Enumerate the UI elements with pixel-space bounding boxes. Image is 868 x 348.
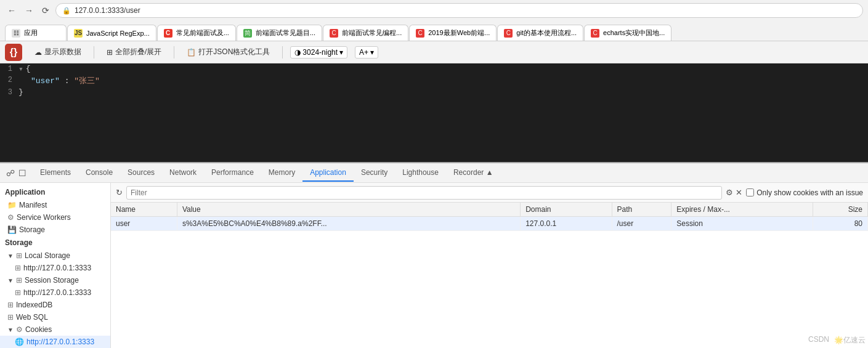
tab-label-3: 常见前端面试及... (176, 28, 229, 38)
tab-application[interactable]: Application (302, 164, 354, 182)
service-workers-icon: ⚙ (7, 213, 14, 222)
show-issue-cookies-checkbox[interactable] (746, 188, 754, 196)
filter-bar: ↻ ⚙ ✕ Only show cookies with an issue (111, 183, 868, 203)
tab-favicon-7: C (504, 29, 513, 38)
theme-icon: ◑ (294, 48, 301, 57)
tab-sources[interactable]: Sources (120, 164, 162, 182)
sidebar-item-session-storage[interactable]: ▼ ⊞ Session Storage (0, 274, 110, 286)
tab-label-6: 2019最新Web前端... (428, 28, 490, 38)
cookies-table: Name Value Domain Path Expires / Max-...… (111, 203, 868, 231)
col-size: Size (813, 203, 867, 217)
col-name: Name (111, 203, 177, 217)
sidebar-item-cookies[interactable]: ▼ ⚙ Cookies (0, 323, 110, 336)
tab-favicon-8: C (591, 29, 599, 38)
dropdown-arrow-icon: ▾ (339, 48, 343, 57)
table-header-row: Name Value Domain Path Expires / Max-...… (111, 203, 868, 217)
session-storage-url-icon: ⊞ (15, 288, 21, 297)
browser-tab-6[interactable]: C 2019最新Web前端... (409, 25, 497, 41)
browser-tab-1[interactable]: ☷ 应用 (5, 25, 67, 41)
tab-label-5: 前端面试常见编程... (342, 28, 402, 38)
refresh-button[interactable]: ⟳ (39, 4, 52, 17)
browser-tab-5[interactable]: C 前端面试常见编程... (323, 25, 408, 41)
storage-icon: 💾 (7, 225, 17, 234)
sidebar-item-service-workers[interactable]: ⚙ Service Workers (0, 211, 110, 224)
filter-input[interactable] (126, 186, 722, 200)
sidebar-item-session-storage-url[interactable]: ⊞ http://127.0.0.1:3333 (0, 286, 110, 299)
sidebar-item-manifest[interactable]: 📁 Manifest (0, 199, 110, 211)
browser-tab-2[interactable]: JS JavaScript RegExp... (67, 25, 156, 41)
font-size-dropdown[interactable]: A+ ▾ (355, 46, 378, 59)
url-text: 127.0.0.1:3333/user (75, 6, 140, 15)
devtools-icon-btn-2[interactable]: ☐ (17, 167, 28, 179)
refresh-filter-button[interactable]: ↻ (116, 188, 123, 197)
json-line-2: 2 "user" : "张三" (0, 75, 868, 87)
csdn-watermark: CSDN (808, 335, 829, 346)
tab-memory[interactable]: Memory (261, 164, 302, 182)
tab-favicon-3: C (164, 29, 172, 38)
sidebar-section-application: Application (0, 185, 110, 199)
sidebar-item-local-storage[interactable]: ▼ ⊞ Local Storage (0, 249, 110, 262)
indexeddb-icon: ⊞ (7, 301, 14, 309)
sidebar-item-indexeddb[interactable]: ⊞ IndexedDB (0, 299, 110, 311)
cell-domain: 127.0.0.1 (521, 217, 612, 231)
sidebar: Application 📁 Manifest ⚙ Service Workers… (0, 183, 111, 348)
main-content: ↻ ⚙ ✕ Only show cookies with an issue (111, 183, 868, 348)
devtools-icon-btn-1[interactable]: ☍ (5, 167, 16, 179)
cell-name: user (111, 217, 177, 231)
col-value: Value (177, 203, 520, 217)
sidebar-item-local-storage-url[interactable]: ⊞ http://127.0.0.1:3333 (0, 262, 110, 274)
json-line-3: 3 } (0, 87, 868, 97)
tab-elements[interactable]: Elements (33, 164, 78, 182)
json-viewer: 1 ▾ { 2 "user" : "张三" 3 } (0, 63, 868, 162)
local-storage-url-icon: ⊞ (15, 264, 21, 272)
session-storage-icon: ⊞ (16, 276, 22, 285)
show-raw-button[interactable]: ☁ 显示原数据 (30, 45, 86, 59)
filter-clear-button[interactable]: ✕ (736, 188, 742, 197)
tab-recorder[interactable]: Recorder ▲ (446, 164, 501, 182)
tab-favicon-5: C (330, 29, 338, 38)
cookies-arrow-icon: ▼ (7, 326, 14, 333)
back-button[interactable]: ← (5, 4, 18, 17)
sidebar-item-web-sql[interactable]: ⊞ Web SQL (0, 311, 110, 323)
separator-3 (282, 46, 283, 59)
sidebar-item-storage[interactable]: 💾 Storage (0, 224, 110, 236)
forward-button[interactable]: → (22, 4, 36, 17)
sidebar-section-storage: Storage (0, 236, 110, 249)
tab-favicon-4: 简 (243, 29, 252, 38)
browser-tabs-bar: ☷ 应用 JS JavaScript RegExp... C 常见前端面试及..… (0, 21, 868, 41)
watermark: CSDN 🌟亿速云 (808, 335, 866, 346)
address-bar[interactable]: 🔒 127.0.0.1:3333/user (55, 3, 863, 18)
tab-console[interactable]: Console (78, 164, 120, 182)
show-issue-cookies-label[interactable]: Only show cookies with an issue (746, 188, 863, 197)
session-storage-arrow-icon: ▼ (7, 277, 14, 284)
theme-dropdown[interactable]: ◑ 3024-night ▾ (290, 46, 347, 59)
open-json-tool-button[interactable]: 📋 打开JSON格式化工具 (182, 45, 275, 59)
browser-tab-3[interactable]: C 常见前端面试及... (157, 25, 236, 41)
tab-label-4: 前端面试常见题目... (256, 28, 315, 38)
browser-tab-7[interactable]: C git的基本使用流程... (497, 25, 583, 41)
tab-favicon-2: JS (74, 29, 83, 38)
yisuyun-watermark: 🌟亿速云 (834, 335, 866, 346)
local-storage-arrow-icon: ▼ (7, 253, 14, 259)
cookies-icon: ⚙ (16, 325, 23, 334)
filter-settings-button[interactable]: ⚙ (726, 188, 733, 197)
devtools-panel: ☍ ☐ Elements Console Sources Network Per… (0, 162, 868, 348)
sidebar-item-cookies-url[interactable]: 🌐 http://127.0.0.1:3333 (0, 336, 110, 348)
tab-label-1: 应用 (24, 28, 38, 38)
json-logo[interactable]: {} (5, 44, 22, 61)
browser-tab-8[interactable]: C echarts实现中国地... (584, 25, 671, 41)
tab-performance[interactable]: Performance (204, 164, 261, 182)
cookies-table-container: Name Value Domain Path Expires / Max-...… (111, 203, 868, 348)
devtools-tabs-bar: ☍ ☐ Elements Console Sources Network Per… (0, 163, 868, 183)
table-row[interactable]: user s%3A%E5%BC%A0%E4%B8%89.a%2FF... 127… (111, 217, 868, 231)
cell-value: s%3A%E5%BC%A0%E4%B8%89.a%2FF... (177, 217, 520, 231)
fold-icon: ⊞ (107, 48, 113, 57)
tab-network[interactable]: Network (162, 164, 204, 182)
tab-lighthouse[interactable]: Lighthouse (395, 164, 446, 182)
browser-tab-4[interactable]: 简 前端面试常见题目... (237, 25, 322, 41)
cell-expires: Session (671, 217, 813, 231)
fold-unfold-button[interactable]: ⊞ 全部折叠/展开 (102, 45, 166, 59)
web-sql-icon: ⊞ (7, 313, 14, 322)
tab-label-2: JavaScript RegExp... (86, 30, 150, 37)
tab-security[interactable]: Security (354, 164, 395, 182)
